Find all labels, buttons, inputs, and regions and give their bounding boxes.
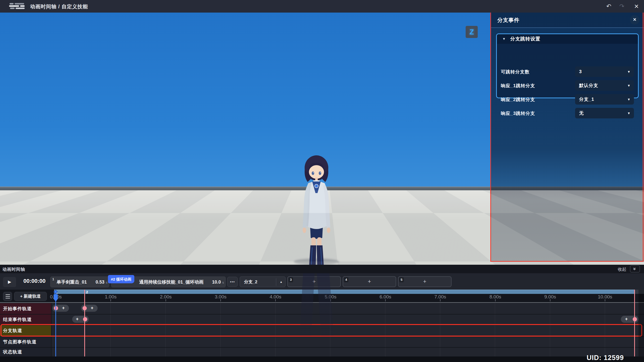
clip-strip: ▶ 00:00:00 1 单手剑重击_01 0.53 s 通用持续位移技能_01… xyxy=(0,273,644,290)
close-icon[interactable]: × xyxy=(632,2,641,11)
page-title: 动画时间轴 / 自定义技能 xyxy=(30,3,88,10)
ruler-tick-label: 8.00s xyxy=(490,294,501,300)
response-3-branch-dropdown[interactable]: 无 ▼ xyxy=(575,108,634,118)
setting-row: 可跳转分支数 3 ▼ xyxy=(497,65,638,79)
response-2-branch-dropdown[interactable]: 分支_1 ▼ xyxy=(575,94,634,105)
clip-duration-unit: s xyxy=(222,280,224,284)
branch-jump-settings-section: ▼ 分支跳转设置 可跳转分支数 3 ▼ 响应_1跳转分支 默认分支 ▼ 响应_2… xyxy=(496,33,639,98)
ruler-tick-label: 1.00s xyxy=(105,294,116,300)
setting-label: 响应_3跳转分支 xyxy=(501,110,535,116)
ruler-tick-label: 9.00s xyxy=(544,294,556,300)
branch-selector-dropdown[interactable]: 分支_2 ▲ xyxy=(240,277,286,287)
track-label-start-events[interactable]: 开始事件轨道 xyxy=(0,303,51,314)
uid-label: UID: 12599 xyxy=(587,354,624,362)
clip-name: 通用持续位移技能_01_循环动画 xyxy=(139,279,204,285)
more-options-button[interactable]: ●●● xyxy=(227,277,238,287)
track-label-state[interactable]: 状态轨道 xyxy=(0,347,51,356)
plus-icon: + xyxy=(423,278,426,285)
ruler-tick-label: 4.00s xyxy=(270,294,281,300)
collapse-label[interactable]: 收起 xyxy=(618,266,626,272)
clip-1[interactable]: 1 单手剑重击_01 0.53 s xyxy=(50,277,109,287)
end-event-keyframe[interactable]: + xyxy=(621,316,638,323)
ruler-tick-label: 6.00s xyxy=(380,294,391,300)
ruler-tick-label: 7.00s xyxy=(434,294,446,300)
panel-close-button[interactable]: × xyxy=(630,15,639,25)
playhead-line xyxy=(55,293,56,356)
top-bar: 动画时间轴 / 自定义技能 ↶ ↷ × xyxy=(0,0,644,13)
collapse-button[interactable]: » xyxy=(630,265,640,273)
clip-boundary-marker xyxy=(84,290,85,356)
track-label-node-graph-events[interactable]: 节点图事件轨道 xyxy=(0,336,51,347)
animation-timeline-panel: 动画时间轴 收起 » ▶ 00:00:00 1 单手剑重击_01 0.53 s … xyxy=(0,265,644,362)
track-label-branch[interactable]: 分支轨道 xyxy=(0,325,51,336)
ruler-tick-label: 10.00s xyxy=(598,294,612,300)
plus-icon[interactable]: + xyxy=(76,316,79,322)
ruler-tick-label: 2.00s xyxy=(160,294,172,300)
plus-icon[interactable]: + xyxy=(91,305,94,311)
clip-name: 单手剑重击_01 xyxy=(57,279,87,285)
ruler-tick-label: 5.00s xyxy=(325,294,336,300)
setting-label: 响应_1跳转分支 xyxy=(501,83,535,89)
panel-title: 分支事件 xyxy=(497,17,519,24)
jump-count-dropdown[interactable]: 3 ▼ xyxy=(575,66,634,77)
start-event-keyframe[interactable]: + xyxy=(81,305,98,312)
empty-clip-slot-4[interactable]: 4 + xyxy=(343,276,396,287)
track-area: 开始事件轨道 结束事件轨道 分支轨道 节点图事件轨道 状态轨道 + xyxy=(0,303,644,356)
plus-icon[interactable]: + xyxy=(625,316,628,322)
branch-event-panel: 分支事件 × ▼ 分支跳转设置 可跳转分支数 3 ▼ 响应_1跳转分支 默认分支… xyxy=(491,12,644,262)
chevron-down-icon: ▼ xyxy=(627,98,630,101)
chevron-down-icon: ▼ xyxy=(627,70,630,74)
setting-label: 可跳转分支数 xyxy=(501,69,530,75)
ruler-tick-label: 3.00s xyxy=(215,294,226,300)
bottom-strip xyxy=(0,356,644,362)
clip-index: 1 xyxy=(52,277,54,281)
character-model[interactable] xyxy=(295,152,338,265)
section-title: 分支跳转设置 xyxy=(510,34,540,44)
clip-boundary-marker xyxy=(634,290,635,356)
plus-icon[interactable]: + xyxy=(62,305,65,311)
track-label-end-events[interactable]: 结束事件轨道 xyxy=(0,314,51,325)
setting-row: 响应_1跳转分支 默认分支 ▼ xyxy=(497,79,638,93)
collapse-caret-icon[interactable]: ▼ xyxy=(502,34,506,44)
timeline-ruler[interactable]: + 新建轨道 1 2 0.00s 1.00s 2.00s 3.00s 4.00s… xyxy=(0,290,644,303)
setting-row: 响应_3跳转分支 无 ▼ xyxy=(497,106,638,120)
chevron-double-down-icon: » xyxy=(632,267,638,270)
time-display: 00:00:00 xyxy=(20,278,49,284)
clip-range-scrollbar[interactable]: 1 2 xyxy=(54,290,635,294)
loop-animation-badge: #2 循环动画 xyxy=(108,275,134,283)
clip-duration: 10.0 xyxy=(212,279,221,285)
app-root: 动画时间轴 / 自定义技能 ↶ ↷ × xyxy=(0,0,644,362)
track-menu-button[interactable] xyxy=(3,292,12,301)
clip-duration-unit: s xyxy=(106,280,108,284)
empty-clip-slot-5[interactable]: 5 + xyxy=(398,276,452,287)
chevron-down-icon: ▼ xyxy=(627,84,630,87)
section-header[interactable]: ▼ 分支跳转设置 xyxy=(497,34,638,44)
empty-clip-slot-3[interactable]: 3 + xyxy=(287,276,341,287)
plus-icon: + xyxy=(312,278,316,285)
range-segment-2-label: 2 xyxy=(86,290,88,294)
end-event-keyframe[interactable]: + xyxy=(72,316,89,323)
undo-icon[interactable]: ↶ xyxy=(604,2,613,11)
new-track-button[interactable]: + 新建轨道 xyxy=(14,292,47,301)
setting-label: 响应_2跳转分支 xyxy=(501,97,535,103)
app-logo-icon[interactable] xyxy=(9,3,26,10)
play-button[interactable]: ▶ xyxy=(3,277,16,287)
clip-duration: 0.53 xyxy=(96,279,104,285)
chevron-down-icon: ▼ xyxy=(627,111,630,115)
setting-row: 响应_2跳转分支 分支_1 ▼ xyxy=(497,93,638,106)
response-1-branch-dropdown[interactable]: 默认分支 ▼ xyxy=(575,80,634,91)
redo-icon[interactable]: ↷ xyxy=(617,2,626,11)
keyframe-dot-icon[interactable] xyxy=(83,317,87,322)
plus-icon: + xyxy=(368,278,371,285)
timeline-header: 动画时间轴 收起 » xyxy=(0,265,644,273)
chevron-up-icon: ▲ xyxy=(280,280,283,283)
timeline-title: 动画时间轴 xyxy=(3,266,25,272)
start-event-keyframe[interactable]: + xyxy=(52,305,69,312)
z-axis-badge[interactable]: Z xyxy=(466,26,478,38)
